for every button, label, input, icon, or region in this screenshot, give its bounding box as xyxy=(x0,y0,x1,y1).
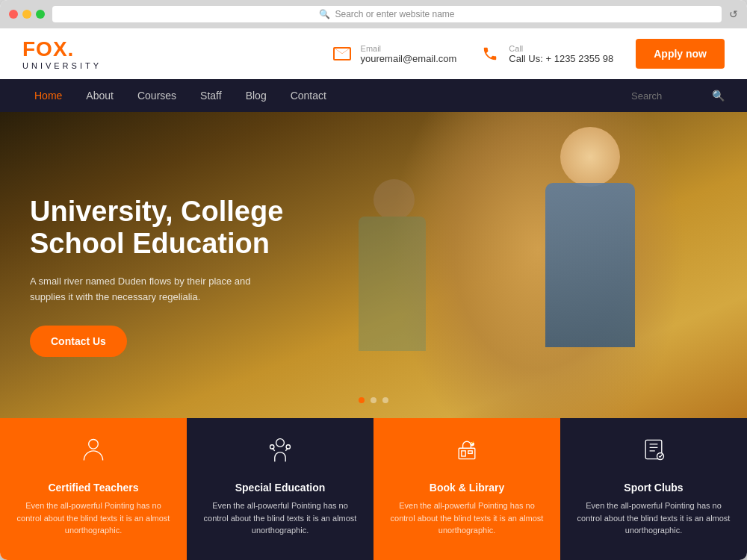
nav-blog[interactable]: Blog xyxy=(234,79,279,112)
call-contact: Call Call Us: + 1235 2355 98 xyxy=(479,43,613,65)
feature-desc-education: Even the all-powerful Pointing has no co… xyxy=(202,500,359,537)
nav-about[interactable]: About xyxy=(74,79,125,112)
feature-title-sport: Sport Clubs xyxy=(624,482,683,494)
feature-special-education: Special Education Even the all-powerful … xyxy=(187,418,374,560)
svg-point-1 xyxy=(276,439,285,447)
education-icon xyxy=(267,436,294,474)
feature-desc-library: Even the all-powerful Pointing has no co… xyxy=(388,500,545,537)
feature-title-education: Special Education xyxy=(235,482,326,494)
teacher-icon xyxy=(80,436,107,474)
email-value: youremail@email.com xyxy=(361,53,457,64)
nav-search: 🔍 xyxy=(631,90,725,102)
carousel-dot-1[interactable] xyxy=(359,397,365,403)
email-icon xyxy=(331,43,353,65)
nav-courses[interactable]: Courses xyxy=(125,79,188,112)
search-icon: 🔍 xyxy=(712,90,725,102)
close-button[interactable] xyxy=(9,10,18,19)
search-input[interactable] xyxy=(631,90,706,102)
nav-contact[interactable]: Contact xyxy=(279,79,338,112)
feature-sport-clubs: Sport Clubs Even the all-powerful Pointi… xyxy=(560,418,747,560)
call-value: Call Us: + 1235 2355 98 xyxy=(509,53,613,64)
sport-icon xyxy=(640,436,667,474)
student-figure-main xyxy=(493,112,687,373)
top-bar: FOX. UNIVERSITY Email youremail@email.co… xyxy=(0,28,747,79)
hero-subtitle: A small river named Duden flows by their… xyxy=(30,274,284,305)
hero-image-area xyxy=(336,112,747,373)
browser-window: 🔍 Search or enter website name ↺ FOX. UN… xyxy=(0,0,747,560)
feature-title-teachers: Certified Teachers xyxy=(48,482,138,494)
logo: FOX. UNIVERSITY xyxy=(22,37,102,70)
logo-university: UNIVERSITY xyxy=(22,61,102,70)
address-text: Search or enter website name xyxy=(335,9,454,19)
carousel-dots xyxy=(359,397,388,403)
svg-rect-5 xyxy=(462,451,465,456)
feature-certified-teachers: Certified Teachers Even the all-powerful… xyxy=(0,418,187,560)
call-label: Call xyxy=(509,44,613,53)
email-contact: Email youremail@email.com xyxy=(331,43,457,65)
student-figure-bg xyxy=(351,157,471,373)
carousel-dot-3[interactable] xyxy=(382,397,388,403)
browser-chrome: 🔍 Search or enter website name ↺ xyxy=(0,0,747,28)
feature-library: Book & Library Even the all-powerful Poi… xyxy=(374,418,560,560)
feature-desc-teachers: Even the all-powerful Pointing has no co… xyxy=(15,500,172,537)
features-section: Certified Teachers Even the all-powerful… xyxy=(0,418,747,560)
svg-point-0 xyxy=(89,440,99,449)
nav-home[interactable]: Home xyxy=(22,79,74,112)
nav-staff[interactable]: Staff xyxy=(188,79,234,112)
feature-title-library: Book & Library xyxy=(430,482,504,494)
website: FOX. UNIVERSITY Email youremail@email.co… xyxy=(0,28,747,560)
traffic-lights xyxy=(9,10,45,19)
reload-button[interactable]: ↺ xyxy=(729,8,738,20)
hero-title: University, College School Education xyxy=(30,196,329,261)
contact-us-button[interactable]: Contact Us xyxy=(30,326,127,357)
search-icon: 🔍 xyxy=(319,9,330,19)
phone-icon xyxy=(479,43,501,65)
feature-desc-sport: Even the all-powerful Pointing has no co… xyxy=(575,500,732,537)
email-label: Email xyxy=(361,44,457,53)
logo-fox: FOX. xyxy=(22,37,102,61)
hero-section: University, College School Education A s… xyxy=(0,112,747,418)
apply-now-button[interactable]: Apply now xyxy=(636,39,725,69)
call-details: Call Call Us: + 1235 2355 98 xyxy=(509,44,613,64)
email-details: Email youremail@email.com xyxy=(361,44,457,64)
address-bar[interactable]: 🔍 Search or enter website name xyxy=(52,6,722,22)
library-icon xyxy=(453,436,480,474)
nav-links: Home About Courses Staff Blog Contact xyxy=(22,79,631,112)
minimize-button[interactable] xyxy=(22,10,31,19)
navigation: Home About Courses Staff Blog Contact 🔍 xyxy=(0,79,747,112)
carousel-dot-2[interactable] xyxy=(371,397,376,403)
hero-content: University, College School Education A s… xyxy=(0,112,359,418)
maximize-button[interactable] xyxy=(36,10,45,19)
svg-rect-6 xyxy=(468,451,472,454)
